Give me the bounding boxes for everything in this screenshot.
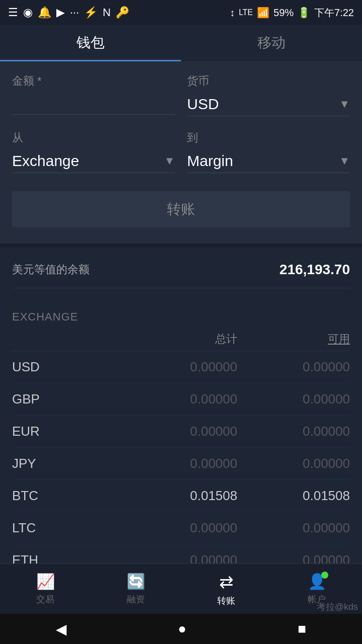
tab-wallet[interactable]: 钱包	[0, 25, 181, 61]
nav-item-transfer[interactable]: ⇄ 转账	[181, 564, 272, 614]
currency-value: USD	[187, 96, 219, 113]
form-row-amount-currency: 金额 * 货币 USD ▼	[12, 73, 350, 116]
trade-icon: 📈	[36, 573, 55, 590]
balance-label: 美元等值的余额	[12, 262, 89, 277]
header-total: 总计	[125, 332, 237, 347]
status-left-icons: ☰ ◉ 🔔 ▶ ··· ⚡ N 🔑	[8, 6, 129, 19]
funding-icon: 🔄	[127, 573, 145, 590]
currency-chevron-icon: ▼	[339, 98, 350, 111]
row-available-5: 0.00000	[237, 520, 350, 536]
from-select[interactable]: Exchange ▼	[12, 149, 175, 173]
wallet-icon: ◉	[23, 6, 33, 19]
tab-move[interactable]: 移动	[181, 25, 362, 61]
from-chevron-icon: ▼	[164, 154, 175, 168]
online-status-dot	[321, 572, 328, 579]
from-label: 从	[12, 130, 175, 145]
row-total-2: 0.00000	[125, 424, 237, 439]
home-button[interactable]: ●	[178, 621, 187, 637]
time-display: 下午7:22	[314, 6, 354, 20]
table-row: LTC 0.00000 0.00000	[12, 512, 350, 544]
table-row: EUR 0.00000 0.00000	[12, 416, 350, 448]
row-available-2: 0.00000	[237, 424, 350, 439]
row-available-0: 0.00000	[237, 359, 350, 375]
row-total-3: 0.00000	[125, 456, 237, 471]
table-row: BTC 0.01508 0.01508	[12, 480, 350, 512]
transfer-form: 金额 * 货币 USD ▼ 从 Exchange ▼ 到 Margin ▼	[0, 61, 362, 244]
more-icon: ···	[70, 6, 79, 19]
status-bar: ☰ ◉ 🔔 ▶ ··· ⚡ N 🔑 ↕ LTE 📶 59% 🔋 下午7:22	[0, 0, 362, 25]
nav-item-trade[interactable]: 📈 交易	[0, 564, 90, 614]
battery-percent: 59%	[274, 7, 294, 19]
header-currency	[12, 332, 125, 347]
row-available-4: 0.01508	[237, 488, 350, 504]
bottom-nav: 📈 交易 🔄 融资 ⇄ 转账 👤 帐户	[0, 564, 362, 614]
status-right-icons: ↕ LTE 📶 59% 🔋 下午7:22	[230, 6, 354, 20]
to-label: 到	[187, 130, 350, 145]
recent-button[interactable]: ■	[298, 621, 306, 637]
header-available: 可用	[237, 332, 350, 347]
row-currency-4: BTC	[12, 488, 125, 504]
currency-col: 货币 USD ▼	[187, 73, 350, 116]
to-value: Margin	[187, 152, 233, 170]
signal-icon: ↕	[230, 7, 235, 19]
row-currency-3: JPY	[12, 456, 125, 471]
from-col: 从 Exchange ▼	[12, 130, 175, 173]
transfer-button[interactable]: 转账	[12, 191, 350, 227]
row-total-0: 0.00000	[125, 359, 237, 375]
nav-label-transfer: 转账	[217, 595, 235, 607]
amount-input[interactable]	[12, 93, 175, 115]
table-row: GBP 0.00000 0.00000	[12, 383, 350, 416]
balance-row: 美元等值的余额 216,193.70	[12, 262, 350, 288]
to-chevron-icon: ▼	[339, 154, 350, 168]
row-available-3: 0.00000	[237, 456, 350, 471]
row-currency-2: EUR	[12, 424, 125, 439]
bluetooth-icon: ⚡	[84, 6, 98, 19]
currency-label: 货币	[187, 73, 350, 89]
row-available-1: 0.00000	[237, 391, 350, 407]
nav-label-funding: 融资	[127, 593, 145, 605]
row-currency-5: LTC	[12, 520, 125, 536]
key-icon: 🔑	[116, 6, 129, 19]
nfc-icon: N	[103, 6, 111, 19]
signal-bars: 📶	[257, 7, 269, 19]
main-tabs: 钱包 移动	[0, 25, 362, 61]
watermark: 考拉@kds	[317, 601, 358, 613]
back-button[interactable]: ◀	[56, 621, 67, 637]
balance-value: 216,193.70	[280, 262, 350, 278]
row-currency-1: GBP	[12, 391, 125, 407]
transfer-icon: ⇄	[219, 572, 233, 592]
from-value: Exchange	[12, 152, 79, 170]
exchange-section-header: EXCHANGE	[12, 304, 350, 328]
table-row: JPY 0.00000 0.00000	[12, 448, 350, 480]
nav-label-trade: 交易	[36, 593, 54, 605]
battery-icon: 🔋	[298, 7, 310, 19]
system-nav: ◀ ● ■ 考拉@kds	[0, 614, 362, 644]
row-total-4: 0.01508	[125, 488, 237, 504]
to-select[interactable]: Margin ▼	[187, 149, 350, 173]
amount-col: 金额 *	[12, 73, 175, 116]
bell-icon: 🔔	[38, 6, 51, 19]
form-row-from-to: 从 Exchange ▼ 到 Margin ▼	[12, 130, 350, 173]
lte-icon: LTE	[239, 8, 253, 17]
amount-label: 金额 *	[12, 73, 175, 89]
nav-item-funding[interactable]: 🔄 融资	[90, 564, 181, 614]
row-currency-0: USD	[12, 359, 125, 375]
table-header: 总计 可用	[12, 328, 350, 351]
table-row: USD 0.00000 0.00000	[12, 351, 350, 383]
send-icon: ▶	[56, 6, 65, 19]
currency-select[interactable]: USD ▼	[187, 93, 350, 116]
menu-icon: ☰	[8, 6, 18, 19]
row-total-5: 0.00000	[125, 520, 237, 536]
balance-section: 美元等值的余额 216,193.70	[0, 248, 362, 304]
to-col: 到 Margin ▼	[187, 130, 350, 173]
row-total-1: 0.00000	[125, 391, 237, 407]
